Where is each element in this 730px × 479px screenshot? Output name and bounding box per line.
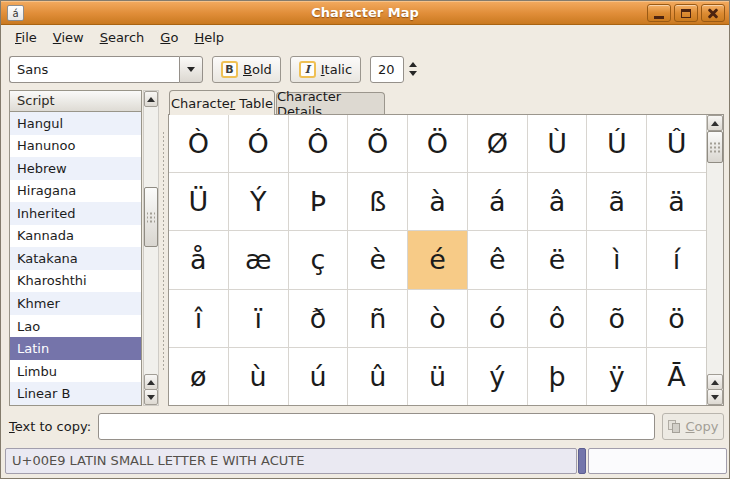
character-grid-scrollbar[interactable] [706, 115, 723, 405]
character-cell[interactable]: ó [468, 290, 527, 347]
character-cell[interactable]: ñ [348, 290, 407, 347]
script-list-item[interactable]: Katakana [10, 247, 141, 270]
script-list-item[interactable]: Khmer [10, 292, 141, 315]
tab-character-details[interactable]: Character Details [276, 92, 385, 115]
font-family-combo[interactable]: Sans [9, 56, 203, 83]
character-cell[interactable]: ü [408, 348, 467, 405]
character-cell[interactable]: ø [169, 348, 228, 405]
character-cell[interactable]: Û [647, 115, 706, 172]
script-column-header[interactable]: Script [9, 90, 142, 112]
character-cell[interactable]: Ø [468, 115, 527, 172]
maximize-icon [681, 9, 691, 18]
text-to-copy-input[interactable] [98, 413, 655, 440]
character-cell[interactable]: Ô [289, 115, 348, 172]
character-cell[interactable]: Ó [229, 115, 288, 172]
character-cell[interactable]: å [169, 231, 228, 288]
character-cell[interactable]: ÿ [587, 348, 646, 405]
script-list-item[interactable]: Kharoshthi [10, 270, 141, 293]
copy-button[interactable]: Copy [662, 413, 724, 440]
scrollbar-thumb[interactable] [144, 187, 158, 247]
menu-file[interactable]: File [7, 26, 45, 49]
window: á Character Map File View Search Go Help… [0, 0, 730, 479]
character-cell[interactable]: ç [289, 231, 348, 288]
character-grid: ÒÓÔÕÖØÙÚÛÜÝÞßàáâãäåæçèéêëìíîïðñòóôõöøùúû… [169, 115, 706, 405]
character-cell[interactable]: ù [229, 348, 288, 405]
scroll-up-button[interactable] [707, 115, 723, 131]
scroll-up-button-bottom[interactable] [707, 374, 723, 390]
script-list-item[interactable]: Latin [10, 337, 141, 360]
font-family-value[interactable]: Sans [9, 56, 179, 83]
minimize-button[interactable] [647, 4, 671, 22]
close-button[interactable] [701, 4, 725, 22]
scroll-up-button-bottom[interactable] [144, 374, 158, 390]
menu-view[interactable]: View [45, 26, 92, 49]
scroll-up-button[interactable] [144, 91, 158, 107]
character-cell[interactable]: í [647, 231, 706, 288]
bold-icon: B [221, 61, 238, 78]
character-cell[interactable]: ú [289, 348, 348, 405]
maximize-button[interactable] [674, 4, 698, 22]
script-list-item[interactable]: Hanunoo [10, 135, 141, 158]
menu-go[interactable]: Go [152, 26, 186, 49]
character-cell[interactable]: î [169, 290, 228, 347]
menu-help[interactable]: Help [186, 26, 232, 49]
script-list-scrollbar[interactable] [143, 90, 159, 406]
scroll-down-button[interactable] [707, 389, 723, 405]
script-list-item[interactable]: Limbu [10, 360, 141, 383]
script-list-item[interactable]: Kannada [10, 225, 141, 248]
character-cell[interactable]: è [348, 231, 407, 288]
script-list-item[interactable]: Linear B [10, 382, 141, 405]
script-list-item[interactable]: Hangul [10, 112, 141, 135]
character-cell[interactable]: â [528, 173, 587, 230]
character-cell-selected[interactable]: é [408, 231, 467, 288]
character-cell[interactable]: Ü [169, 173, 228, 230]
scroll-down-button[interactable] [144, 389, 158, 405]
bold-label: Bold [243, 62, 272, 77]
character-cell[interactable]: ò [408, 290, 467, 347]
character-cell[interactable]: Ý [229, 173, 288, 230]
character-cell[interactable]: Ò [169, 115, 228, 172]
titlebar[interactable]: á Character Map [1, 1, 729, 25]
character-cell[interactable]: Ā [647, 348, 706, 405]
character-cell[interactable]: þ [528, 348, 587, 405]
character-cell[interactable]: ë [528, 231, 587, 288]
character-cell[interactable]: Þ [289, 173, 348, 230]
font-size-value[interactable]: 20 [370, 56, 404, 83]
scrollbar-thumb[interactable] [707, 131, 723, 163]
script-list-item[interactable]: Hebrew [10, 157, 141, 180]
window-controls [647, 4, 725, 22]
pane-splitter[interactable] [161, 131, 166, 371]
menu-search[interactable]: Search [92, 26, 153, 49]
character-cell[interactable]: ä [647, 173, 706, 230]
character-cell[interactable]: ö [647, 290, 706, 347]
character-cell[interactable]: ã [587, 173, 646, 230]
character-cell[interactable]: Õ [348, 115, 407, 172]
character-cell[interactable]: ý [468, 348, 527, 405]
character-cell[interactable]: ì [587, 231, 646, 288]
character-cell[interactable]: à [408, 173, 467, 230]
character-cell[interactable]: ð [289, 290, 348, 347]
character-cell[interactable]: ß [348, 173, 407, 230]
character-cell[interactable]: á [468, 173, 527, 230]
spin-down-icon[interactable] [409, 71, 417, 76]
character-cell[interactable]: ô [528, 290, 587, 347]
spin-up-icon[interactable] [409, 62, 417, 67]
script-list-item[interactable]: Inherited [10, 202, 141, 225]
character-cell[interactable]: Ö [408, 115, 467, 172]
font-family-dropdown-button[interactable] [179, 56, 203, 83]
status-divider[interactable] [578, 448, 586, 474]
character-cell[interactable]: û [348, 348, 407, 405]
script-list-item[interactable]: Lao [10, 315, 141, 338]
window-title: Character Map [1, 1, 729, 25]
character-cell[interactable]: ê [468, 231, 527, 288]
character-cell[interactable]: ï [229, 290, 288, 347]
italic-button[interactable]: I Italic [290, 56, 361, 83]
text-to-copy-label: Text to copy: [9, 413, 91, 440]
character-cell[interactable]: Ù [528, 115, 587, 172]
character-cell[interactable]: õ [587, 290, 646, 347]
character-cell[interactable]: Ú [587, 115, 646, 172]
tab-character-table[interactable]: Character Table [169, 90, 275, 115]
character-cell[interactable]: æ [229, 231, 288, 288]
script-list-item[interactable]: Hiragana [10, 180, 141, 203]
bold-button[interactable]: B Bold [212, 56, 281, 83]
